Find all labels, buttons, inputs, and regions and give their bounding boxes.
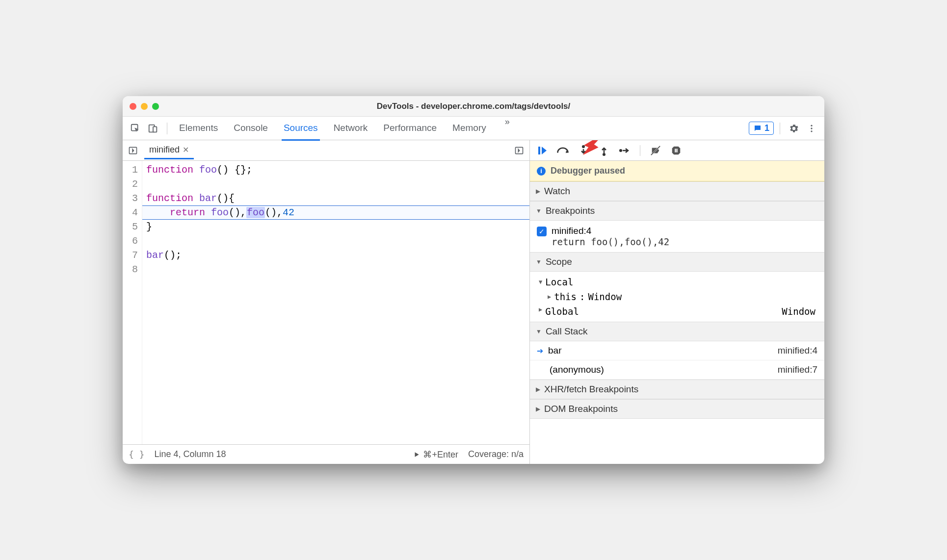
separator: [780, 123, 780, 134]
pause-exceptions-icon[interactable]: [669, 143, 684, 158]
show-navigator-icon[interactable]: [126, 143, 140, 158]
step-into-icon[interactable]: [576, 143, 591, 158]
separator: [167, 123, 167, 134]
callstack-section-header[interactable]: ▼ Call Stack: [530, 322, 824, 341]
watch-label: Watch: [544, 186, 570, 197]
coverage-label: Coverage: n/a: [468, 449, 524, 459]
run-hint: ⌘+Enter: [423, 449, 458, 460]
svg-point-5: [811, 130, 812, 132]
code-editor[interactable]: 1 2 3 4 5 6 7 8 function foo() {}; funct…: [123, 161, 529, 444]
sources-panel: minified ✕ 1 2 3 4 5 6 7 8 function foo(…: [123, 140, 530, 464]
main-area: minified ✕ 1 2 3 4 5 6 7 8 function foo(…: [123, 140, 824, 464]
code-content[interactable]: function foo() {}; function bar(){ retur…: [142, 161, 529, 444]
collapse-icon: ▶: [536, 188, 540, 195]
expand-icon: ▼: [536, 258, 542, 265]
more-menu-icon[interactable]: [804, 121, 819, 136]
watch-section-header[interactable]: ▶ Watch: [530, 181, 824, 201]
scope-global-label: Global: [545, 306, 579, 317]
breakpoint-item[interactable]: ✓ minified:4 return foo(),foo(),42: [530, 224, 824, 249]
callstack-body: ➔ bar minified:4 (anonymous) minified:7: [530, 341, 824, 380]
cursor-position: Line 4, Column 18: [155, 449, 226, 459]
svg-point-4: [811, 127, 812, 129]
minimize-window-button[interactable]: [141, 103, 148, 110]
paused-text: Debugger paused: [551, 166, 625, 176]
debugger-toolbar: [530, 140, 824, 161]
svg-rect-8: [538, 147, 540, 154]
file-tab-label: minified: [149, 145, 180, 155]
breakpoint-code: return foo(),foo(),42: [552, 236, 669, 247]
svg-point-11: [619, 149, 622, 152]
current-frame-icon: ➔: [537, 346, 543, 356]
svg-rect-15: [676, 149, 677, 152]
scope-global-row[interactable]: ▶ Global Window: [530, 304, 824, 319]
devtools-window: DevTools - developer.chrome.com/tags/dev…: [123, 96, 824, 464]
breakpoints-body: ✓ minified:4 return foo(),foo(),42: [530, 221, 824, 252]
more-editor-icon[interactable]: [512, 143, 526, 158]
collapse-icon: ▶: [539, 306, 542, 317]
tab-sources[interactable]: Sources: [282, 117, 320, 141]
settings-icon[interactable]: [786, 121, 802, 136]
frame-location: minified:4: [778, 345, 817, 356]
step-out-icon[interactable]: [597, 143, 611, 158]
scope-local-row[interactable]: ▼ Local: [530, 275, 824, 289]
more-tabs-icon[interactable]: »: [500, 117, 515, 140]
frame-name: (anonymous): [550, 364, 604, 375]
breakpoint-text: minified:4 return foo(),foo(),42: [552, 226, 669, 247]
breakpoint-location: minified:4: [552, 226, 669, 236]
pretty-print-icon[interactable]: { }: [129, 449, 145, 459]
collapse-icon: ▶: [536, 386, 540, 393]
scope-this-label: this: [554, 291, 577, 302]
panel-tabs: Elements Console Sources Network Perform…: [177, 117, 747, 140]
debugger-paused-banner: i Debugger paused: [530, 161, 824, 181]
scope-this-row[interactable]: ▶ this: Window: [530, 289, 824, 304]
info-icon: i: [537, 167, 546, 176]
window-controls: [130, 103, 159, 110]
deactivate-breakpoints-icon[interactable]: [648, 143, 663, 158]
editor-statusbar: { } Line 4, Column 18 ⌘+Enter Coverage: …: [123, 444, 529, 464]
frame-location: minified:7: [778, 364, 817, 375]
debugger-sidebar: i Debugger paused ▶ Watch ▼ Breakpoints …: [530, 140, 824, 464]
file-tab-minified[interactable]: minified ✕: [144, 142, 194, 159]
svg-point-3: [811, 125, 812, 126]
breakpoint-checkbox[interactable]: ✓: [537, 227, 547, 236]
tab-memory[interactable]: Memory: [450, 117, 488, 140]
breakpoints-section-header[interactable]: ▼ Breakpoints: [530, 201, 824, 221]
scope-body: ▼ Local ▶ this: Window ▶ Global Window: [530, 272, 824, 322]
callstack-label: Call Stack: [546, 326, 588, 337]
svg-point-9: [582, 145, 585, 148]
frame-name: bar: [548, 345, 561, 356]
scope-section-header[interactable]: ▼ Scope: [530, 252, 824, 272]
dom-breakpoints-section-header[interactable]: ▶ DOM Breakpoints: [530, 399, 824, 419]
collapse-icon: ▶: [548, 293, 551, 300]
scope-this-value: Window: [588, 291, 622, 302]
expand-icon: ▼: [536, 207, 542, 214]
tab-performance[interactable]: Performance: [381, 117, 439, 140]
device-toolbar-icon[interactable]: [145, 121, 161, 136]
inspect-element-icon[interactable]: [128, 121, 143, 136]
tab-elements[interactable]: Elements: [177, 117, 220, 140]
tab-network[interactable]: Network: [332, 117, 370, 140]
close-window-button[interactable]: [130, 103, 136, 110]
svg-rect-2: [153, 127, 157, 132]
dom-label: DOM Breakpoints: [544, 404, 618, 414]
svg-rect-14: [675, 149, 676, 152]
main-toolbar: Elements Console Sources Network Perform…: [123, 117, 824, 140]
scope-global-value: Window: [782, 306, 815, 317]
run-snippet-icon[interactable]: ⌘+Enter: [413, 449, 458, 460]
zoom-window-button[interactable]: [152, 103, 159, 110]
callstack-frame[interactable]: (anonymous) minified:7: [530, 360, 824, 380]
tab-console[interactable]: Console: [232, 117, 270, 140]
resume-icon[interactable]: [535, 143, 550, 158]
close-tab-icon[interactable]: ✕: [183, 145, 189, 154]
step-over-icon[interactable]: [555, 143, 570, 158]
xhr-breakpoints-section-header[interactable]: ▶ XHR/fetch Breakpoints: [530, 380, 824, 399]
xhr-label: XHR/fetch Breakpoints: [544, 384, 638, 395]
expand-icon: ▼: [536, 328, 542, 335]
window-title: DevTools - developer.chrome.com/tags/dev…: [377, 102, 571, 111]
step-icon[interactable]: [617, 143, 632, 158]
callstack-frame[interactable]: ➔ bar minified:4: [530, 341, 824, 360]
editor-tabbar: minified ✕: [123, 140, 529, 161]
separator: [640, 145, 640, 156]
issues-badge[interactable]: 1: [749, 122, 774, 135]
issues-count: 1: [764, 123, 769, 133]
